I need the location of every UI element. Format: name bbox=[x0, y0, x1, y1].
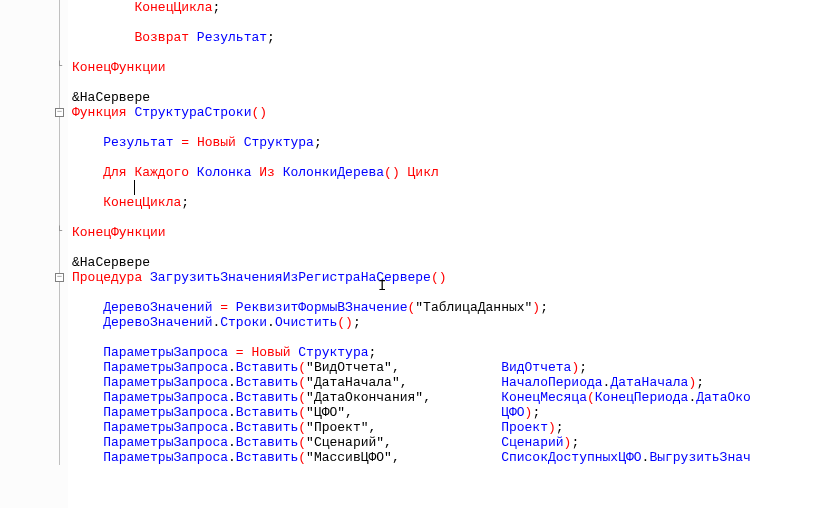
code-line[interactable]: ПараметрыЗапроса.Вставить("ЦФО", ЦФО); bbox=[72, 405, 813, 420]
code-line[interactable]: Результат = Новый Структура; bbox=[72, 135, 813, 150]
code-line[interactable]: Процедура ЗагрузитьЗначенияИзРегистраНаС… bbox=[72, 270, 813, 285]
code-line[interactable] bbox=[72, 45, 813, 60]
fold-collapse-icon[interactable]: − bbox=[55, 108, 64, 117]
code-line[interactable] bbox=[72, 15, 813, 30]
code-line[interactable] bbox=[72, 75, 813, 90]
code-line[interactable]: ПараметрыЗапроса.Вставить("МассивЦФО", С… bbox=[72, 450, 813, 465]
code-line[interactable] bbox=[72, 210, 813, 225]
code-line[interactable] bbox=[72, 150, 813, 165]
cursor bbox=[134, 180, 135, 195]
code-line[interactable]: ПараметрыЗапроса = Новый Структура; bbox=[72, 345, 813, 360]
code-line[interactable]: ДеревоЗначений.Строки.Очистить(); bbox=[72, 315, 813, 330]
code-area[interactable]: КонецЦикла; Возврат Результат; КонецФунк… bbox=[68, 0, 813, 508]
gutter: └−└− bbox=[0, 0, 68, 508]
code-line[interactable]: ПараметрыЗапроса.Вставить("Проект", Прое… bbox=[72, 420, 813, 435]
code-line[interactable]: &НаСервере bbox=[72, 255, 813, 270]
code-line[interactable]: ПараметрыЗапроса.Вставить("ВидОтчета", В… bbox=[72, 360, 813, 375]
fold-end-icon: └ bbox=[55, 63, 64, 72]
code-line[interactable]: КонецФункции bbox=[72, 60, 813, 75]
code-editor[interactable]: └−└− КонецЦикла; Возврат Результат; Коне… bbox=[0, 0, 813, 508]
code-line[interactable] bbox=[72, 285, 813, 300]
code-line[interactable]: КонецЦикла; bbox=[72, 0, 813, 15]
code-line[interactable]: ПараметрыЗапроса.Вставить("Сценарий", Сц… bbox=[72, 435, 813, 450]
code-line[interactable]: КонецФункции bbox=[72, 225, 813, 240]
code-line[interactable]: ДеревоЗначений = РеквизитФормыВЗначение(… bbox=[72, 300, 813, 315]
code-line[interactable]: ПараметрыЗапроса.Вставить("ДатаНачала", … bbox=[72, 375, 813, 390]
code-line[interactable] bbox=[72, 180, 813, 195]
fold-end-icon: └ bbox=[55, 228, 64, 237]
code-line[interactable]: Возврат Результат; bbox=[72, 30, 813, 45]
fold-column: └−└− bbox=[55, 0, 68, 508]
code-line[interactable]: Функция СтруктураСтроки() bbox=[72, 105, 813, 120]
code-line[interactable]: КонецЦикла; bbox=[72, 195, 813, 210]
code-line[interactable]: Для Каждого Колонка Из КолонкиДерева() Ц… bbox=[72, 165, 813, 180]
code-line[interactable] bbox=[72, 120, 813, 135]
code-line[interactable]: &НаСервере bbox=[72, 90, 813, 105]
code-line[interactable] bbox=[72, 240, 813, 255]
fold-collapse-icon[interactable]: − bbox=[55, 273, 64, 282]
code-line[interactable]: ПараметрыЗапроса.Вставить("ДатаОкончания… bbox=[72, 390, 813, 405]
code-line[interactable] bbox=[72, 330, 813, 345]
